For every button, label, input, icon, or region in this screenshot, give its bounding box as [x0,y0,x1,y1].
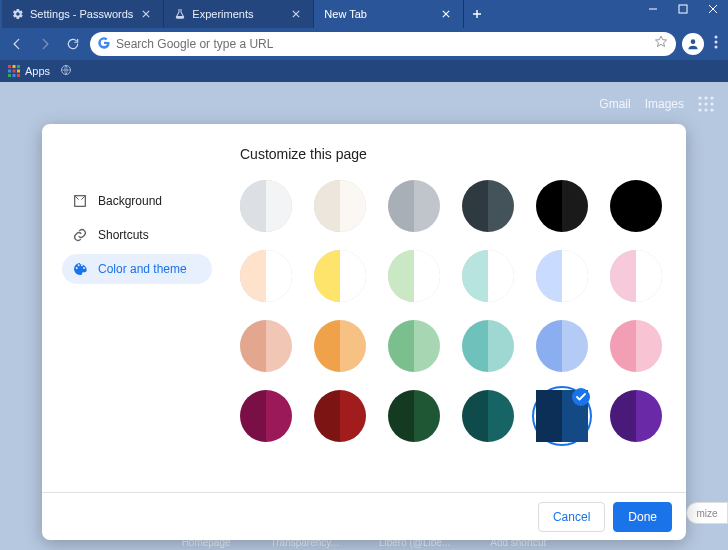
tab-close-button[interactable] [139,7,153,21]
svg-point-22 [704,108,707,111]
color-swatch[interactable] [536,320,588,372]
images-link[interactable]: Images [645,97,684,111]
link-icon [72,227,88,243]
gmail-link[interactable]: Gmail [599,97,630,111]
svg-point-21 [698,108,701,111]
svg-point-17 [710,96,713,99]
svg-point-20 [710,102,713,105]
ntp-top-links: Gmail Images [599,96,714,112]
svg-rect-11 [8,74,11,77]
svg-rect-9 [13,70,16,73]
color-swatch[interactable] [462,250,514,302]
color-swatch[interactable] [610,250,662,302]
svg-point-2 [715,36,718,39]
color-swatch[interactable] [240,180,292,232]
color-swatch[interactable] [314,180,366,232]
svg-point-1 [691,39,696,44]
new-tab-page: Gmail Images Homepage Transparency... Li… [0,82,728,550]
forward-button[interactable] [34,33,56,55]
palette-icon [72,261,88,277]
color-swatch[interactable] [536,180,588,232]
svg-rect-12 [13,74,16,77]
sidebar-item-label: Shortcuts [98,228,149,242]
color-swatch[interactable] [610,320,662,372]
flask-icon [174,8,186,20]
tab-close-button[interactable] [439,7,453,21]
svg-rect-6 [13,65,16,68]
gear-icon [12,8,24,20]
toolbar [0,28,728,60]
svg-rect-10 [17,70,20,73]
reload-button[interactable] [62,33,84,55]
cancel-button[interactable]: Cancel [538,502,605,532]
customize-dialog: Background Shortcuts Color and theme Cus… [42,124,686,540]
new-tab-button[interactable] [464,0,490,28]
svg-point-18 [698,102,701,105]
sidebar-item-color-theme[interactable]: Color and theme [62,254,212,284]
google-g-icon [98,35,110,53]
color-swatch-grid [240,180,666,442]
sidebar-item-background[interactable]: Background [62,186,212,216]
dialog-footer: Cancel Done [42,492,686,540]
svg-point-4 [715,46,718,49]
color-swatch[interactable] [536,250,588,302]
background-icon [72,193,88,209]
color-swatch[interactable] [314,320,366,372]
color-swatch[interactable] [240,390,292,442]
sidebar-item-label: Background [98,194,162,208]
color-swatch[interactable] [240,320,292,372]
sidebar-item-label: Color and theme [98,262,187,276]
back-button[interactable] [6,33,28,55]
window-controls [638,0,728,28]
color-swatch[interactable] [388,180,440,232]
google-apps-button[interactable] [698,96,714,112]
tab-close-button[interactable] [289,7,303,21]
dialog-body: Background Shortcuts Color and theme Cus… [42,124,686,492]
color-swatch[interactable] [314,250,366,302]
done-button[interactable]: Done [613,502,672,532]
svg-rect-13 [17,74,20,77]
svg-point-19 [704,102,707,105]
color-swatch[interactable] [314,390,366,442]
svg-rect-8 [8,70,11,73]
tab-experiments[interactable]: Experiments [164,0,314,28]
omnibox[interactable] [90,32,676,56]
tab-new-tab[interactable]: New Tab [314,0,464,28]
color-swatch[interactable] [462,180,514,232]
color-swatch[interactable] [388,320,440,372]
dialog-sidebar: Background Shortcuts Color and theme [62,146,212,486]
tab-settings-passwords[interactable]: Settings - Passwords [2,0,164,28]
svg-rect-7 [17,65,20,68]
color-swatch[interactable] [610,390,662,442]
apps-grid-icon [8,65,20,77]
svg-rect-0 [679,5,687,13]
bookmarks-bar: Apps [0,60,728,82]
color-swatch[interactable] [462,320,514,372]
window-minimize-button[interactable] [638,0,668,28]
apps-shortcut[interactable]: Apps [8,65,50,77]
tab-title: Settings - Passwords [30,8,133,20]
color-swatch[interactable] [388,390,440,442]
bookmark-item[interactable] [60,64,72,78]
dialog-main: Customize this page [212,146,666,486]
color-swatch[interactable] [610,180,662,232]
sidebar-item-shortcuts[interactable]: Shortcuts [62,220,212,250]
color-swatch[interactable] [388,250,440,302]
omnibox-input[interactable] [116,37,648,51]
color-swatch[interactable] [536,390,588,442]
window-maximize-button[interactable] [668,0,698,28]
globe-icon [60,64,72,78]
color-swatch[interactable] [240,250,292,302]
color-swatch[interactable] [462,390,514,442]
customize-button-peek[interactable]: mize [686,502,728,524]
profile-avatar-button[interactable] [682,33,704,55]
svg-rect-5 [8,65,11,68]
svg-point-3 [715,41,718,44]
tab-title: New Tab [324,8,433,20]
svg-point-16 [704,96,707,99]
titlebar: Settings - Passwords Experiments New Tab [0,0,728,28]
checkmark-icon [572,388,590,406]
window-close-button[interactable] [698,0,728,28]
bookmark-star-icon[interactable] [654,35,668,53]
browser-menu-button[interactable] [710,35,722,53]
